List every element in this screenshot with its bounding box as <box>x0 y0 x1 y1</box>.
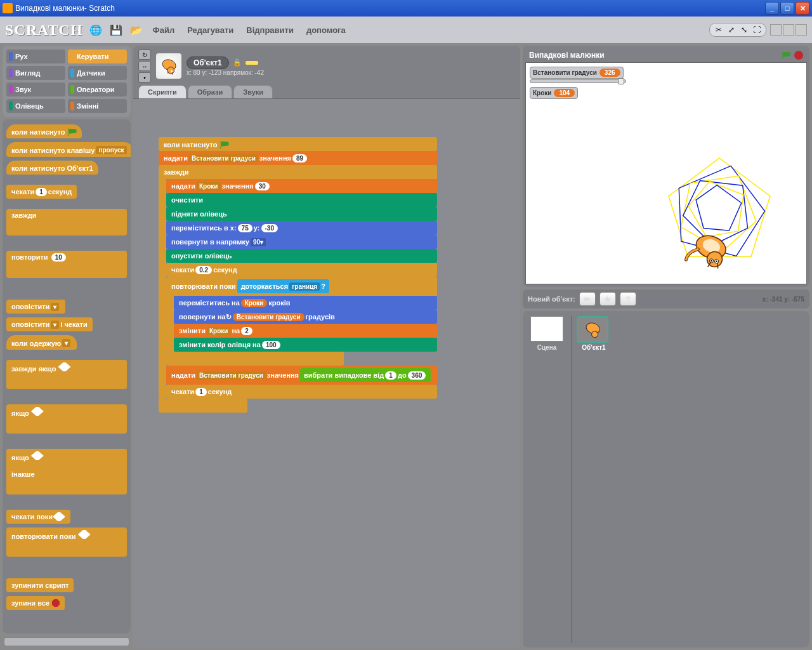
script-change-pen[interactable]: змінити колір олівця на 100 <box>174 338 437 352</box>
sprite-pane: Сцена Об'єкт1 <box>523 311 809 647</box>
block-forever[interactable]: завжди <box>6 209 127 235</box>
choose-sprite-button[interactable]: ★ <box>599 292 616 306</box>
fullscreen-icon[interactable]: ⛶ <box>752 25 762 35</box>
block-when-receive[interactable]: коли одержую ▾ <box>6 335 77 350</box>
sprite-list-label: Об'єкт1 <box>577 344 611 351</box>
tab-scripts[interactable]: Скрипти <box>138 85 187 98</box>
sprite-thumbnail[interactable] <box>156 53 181 79</box>
category-selector: Рух Керувати Вигляд Датчики Звук Операто… <box>3 46 131 117</box>
tab-costumes[interactable]: Образи <box>188 85 233 98</box>
stage-canvas[interactable]: Встановити градуси326 Кроки104 <box>525 62 807 284</box>
script-clear[interactable]: очистити <box>166 193 437 207</box>
script-point[interactable]: повернути в напрямку 90▾ <box>166 235 437 249</box>
script-wait-02[interactable]: чекати 0.2 секунд <box>166 263 437 277</box>
rotate-free-button[interactable]: ↻ <box>138 50 151 60</box>
palette-scrollbar[interactable] <box>4 637 129 646</box>
stage-sprite[interactable] <box>684 228 735 272</box>
view-present-button[interactable] <box>796 24 807 36</box>
new-object-bar: Новий об'єкт: ✏ ★ ? x: -341 y: -575 <box>523 289 809 308</box>
block-wait-until[interactable]: чекати поки <box>6 510 70 524</box>
view-large-button[interactable] <box>783 24 794 36</box>
block-when-key[interactable]: коли натиснуто клавішу пропуск <box>6 142 131 157</box>
surprise-sprite-button[interactable]: ? <box>620 292 636 306</box>
script-repeat-until[interactable]: повторювати поки доторкається границя ? <box>166 277 437 296</box>
stage-thumbnail <box>530 316 563 342</box>
script-when-flag[interactable]: коли натиснуто <box>159 137 437 151</box>
block-repeat-until[interactable]: повторювати поки <box>6 527 127 557</box>
view-small-button[interactable] <box>770 24 782 36</box>
category-pen[interactable]: Олівець <box>6 99 65 113</box>
paint-sprite-button[interactable]: ✏ <box>579 292 596 306</box>
language-icon[interactable]: 🌐 <box>88 22 103 37</box>
script-area[interactable]: коли натиснуто надати Встановити градуси… <box>133 98 520 647</box>
shrink-icon[interactable]: ⤡ <box>739 25 749 35</box>
script-wait-1[interactable]: чекати 1 секунд <box>166 385 437 399</box>
stage-thumbnail-box[interactable]: Сцена <box>528 316 566 642</box>
block-stop-script[interactable]: зупинити скрипт <box>6 578 74 592</box>
stage-label: Сцена <box>528 344 566 351</box>
block-wait[interactable]: чекати 1 секунд <box>6 185 77 199</box>
block-repeat[interactable]: повторити 10 <box>6 251 127 278</box>
lock-icon[interactable]: 🔒 <box>233 58 242 67</box>
save-icon[interactable]: 💾 <box>108 22 124 37</box>
block-when-sprite[interactable]: коли натиснуто Об'єкт1 <box>6 161 98 175</box>
script-pen-down[interactable]: опустити олівець <box>166 249 437 263</box>
script-set-deg-rand[interactable]: надати Встановити градуси значення вибра… <box>166 366 437 385</box>
category-operators[interactable]: Оператори <box>68 83 127 96</box>
script-goto[interactable]: переміститись в x: 75 y: -30 <box>166 221 437 235</box>
menu-edit[interactable]: Редагувати <box>183 23 237 37</box>
stage-header: Випадкові малюнки <box>525 48 807 62</box>
block-forever-if[interactable]: завжди якщо <box>6 360 127 389</box>
block-broadcast-wait[interactable]: оповістити ▾ і чекати <box>6 317 93 331</box>
app-icon <box>3 3 13 13</box>
menu-file[interactable]: Файл <box>149 23 179 37</box>
project-title: Випадкові малюнки <box>529 51 605 60</box>
block-stop-all[interactable]: зупини все <box>6 596 65 610</box>
close-button[interactable]: ✕ <box>796 2 809 15</box>
category-motion[interactable]: Рух <box>6 50 65 63</box>
window-titlebar: Випадкові малюнки- Scratch _ □ ✕ <box>0 0 812 17</box>
script-set-degrees[interactable]: надати Встановити градуси значення 89 <box>159 151 437 165</box>
script-pen-up[interactable]: підняти олівець <box>166 207 437 221</box>
flag-icon <box>220 141 229 149</box>
script-repeat-end[interactable] <box>166 352 344 366</box>
stop-icon <box>52 599 60 607</box>
stamp-icon[interactable]: ✂ <box>714 25 724 35</box>
script-set-steps[interactable]: надати Кроки значення 30 <box>166 179 437 193</box>
script-turn[interactable]: повернути на ↻ Встановити градуси градус… <box>174 310 437 324</box>
category-looks[interactable]: Вигляд <box>6 66 65 80</box>
direction-indicator <box>246 61 258 65</box>
menu-help[interactable]: допомога <box>303 23 350 37</box>
script-forever-end[interactable] <box>159 399 247 413</box>
block-when-flag[interactable]: коли натиснуто <box>6 124 82 138</box>
green-flag-button[interactable] <box>782 51 790 59</box>
block-broadcast[interactable]: оповістити ▾ <box>6 300 65 314</box>
category-sensing[interactable]: Датчики <box>68 66 127 80</box>
rotate-lr-button[interactable]: ↔ <box>138 61 151 71</box>
minimize-button[interactable]: _ <box>765 2 779 15</box>
sprite-name-field[interactable]: Об'єкт1 <box>187 56 229 69</box>
block-if-else[interactable]: якщо інакше <box>6 449 127 494</box>
monitor-slider[interactable] <box>530 79 626 83</box>
script-move[interactable]: переміститись на Кроки кроків <box>174 296 437 310</box>
category-control[interactable]: Керувати <box>68 50 127 63</box>
monitor-degrees[interactable]: Встановити градуси326 <box>530 67 624 79</box>
script-change-steps[interactable]: змінити Кроки на 2 <box>174 324 437 338</box>
monitor-steps[interactable]: Кроки104 <box>530 87 578 99</box>
new-object-label: Новий об'єкт: <box>528 295 575 303</box>
open-icon[interactable]: 📂 <box>129 22 144 37</box>
category-sound[interactable]: Звук <box>6 83 65 96</box>
mouse-coords: x: -341 y: -575 <box>763 296 804 303</box>
grow-icon[interactable]: ⤢ <box>726 25 737 35</box>
stop-button[interactable] <box>794 51 803 60</box>
stage-tools: ✂ ⤢ ⤡ ⛶ <box>709 23 766 37</box>
menu-send[interactable]: Відправити <box>242 23 298 37</box>
block-if[interactable]: якщо <box>6 404 127 434</box>
script-forever[interactable]: завжди <box>159 165 437 179</box>
tab-sounds[interactable]: Звуки <box>233 85 273 98</box>
maximize-button[interactable]: □ <box>780 2 794 15</box>
category-variables[interactable]: Змінні <box>68 99 127 113</box>
flag-icon <box>68 128 77 136</box>
rotate-none-button[interactable]: • <box>138 72 151 83</box>
sprite-list-item[interactable]: Об'єкт1 <box>577 316 611 351</box>
